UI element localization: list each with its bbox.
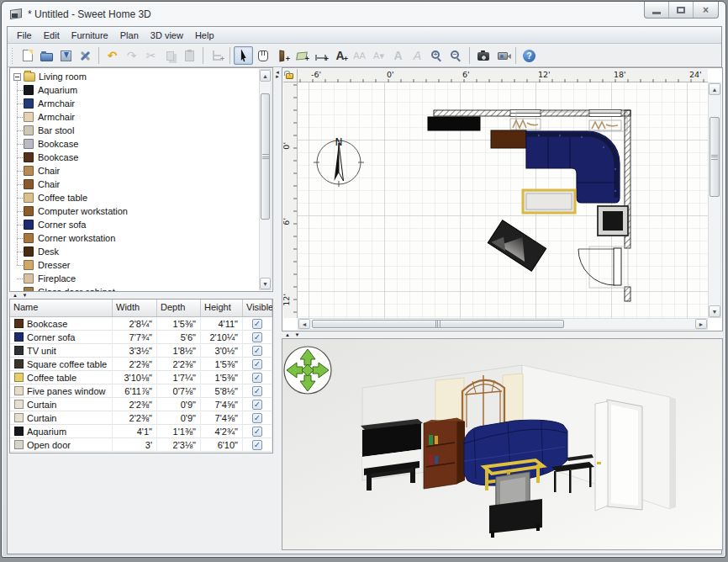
catalog-item-computer-workstation[interactable]: Computer workstation <box>10 204 259 218</box>
plan-bookcase[interactable] <box>491 130 526 148</box>
add-furniture-button[interactable]: + <box>207 46 226 65</box>
create-rooms-button[interactable]: + <box>292 46 311 65</box>
visible-checkbox[interactable]: ✓ <box>252 413 262 423</box>
scroll-down-icon[interactable]: ▼ <box>709 305 720 317</box>
plan-horizontal-scrollbar[interactable]: ◄ ► <box>298 318 708 330</box>
catalog-item-desk[interactable]: Desk <box>10 245 259 258</box>
menu-edit[interactable]: Edit <box>38 29 66 42</box>
catalog-item-corner-workstation[interactable]: Corner workstation <box>10 231 259 245</box>
catalog-item-glass-door-cabinet[interactable]: Glass door cabinet <box>10 285 259 292</box>
furniture-row-bookcase[interactable]: Bookcase2'8¼"1'5⅜"4'11"✓ <box>10 317 272 331</box>
plan-square-coffee-table[interactable] <box>598 206 628 236</box>
plan-vertical-scrollbar[interactable]: ▲ ▼ <box>708 82 721 318</box>
plan-vscroll-thumb[interactable] <box>710 117 720 197</box>
column-header-width[interactable]: Width <box>113 300 157 316</box>
visible-checkbox[interactable]: ✓ <box>252 332 262 342</box>
undo-button[interactable]: ↶ <box>103 46 122 65</box>
zoom-out-button[interactable]: − <box>446 46 466 65</box>
plan-coffee-table-selected[interactable] <box>523 190 575 213</box>
visible-checkbox[interactable]: ✓ <box>252 400 262 410</box>
catalog-item-corner-sofa[interactable]: Corner sofa <box>10 218 259 231</box>
title-bar[interactable]: * Untitled - Sweet Home 3D <box>2 2 725 26</box>
create-video-button[interactable] <box>493 46 512 65</box>
furniture-row-square-coffee-table[interactable]: Square coffee table2'2⅜"2'2⅜"1'5⅜"✓ <box>10 358 272 371</box>
splitter-collapse-icons[interactable]: ◄ ► <box>273 71 282 79</box>
catalog-item-armchair[interactable]: Armchair <box>10 110 259 124</box>
visible-checkbox[interactable]: ✓ <box>252 440 262 450</box>
catalog-table-splitter[interactable]: ▲ ▼ <box>9 292 273 299</box>
visible-checkbox[interactable]: ✓ <box>252 319 262 329</box>
view-3d-panel[interactable] <box>282 338 723 550</box>
catalog-item-chair[interactable]: Chair <box>10 164 259 178</box>
create-photo-button[interactable] <box>473 46 493 65</box>
italic-button[interactable]: A <box>408 46 427 65</box>
enlarge-text-button[interactable]: AA <box>350 46 369 65</box>
bold-button[interactable]: A <box>388 46 408 65</box>
column-header-depth[interactable]: Depth <box>157 300 201 316</box>
scroll-up-icon[interactable]: ▲ <box>709 83 720 95</box>
redo-button[interactable]: ↷ <box>122 46 141 65</box>
catalog-item-fireplace[interactable]: Fireplace <box>10 272 259 285</box>
menu-help[interactable]: Help <box>189 29 220 42</box>
visible-checkbox[interactable]: ✓ <box>252 373 262 383</box>
minimize-button[interactable] <box>645 2 669 18</box>
scroll-up-icon[interactable]: ▲ <box>260 70 271 82</box>
visible-checkbox[interactable]: ✓ <box>252 386 262 396</box>
catalog-item-bookcase[interactable]: Bookcase <box>10 151 259 164</box>
3d-navigation-compass[interactable] <box>284 347 331 394</box>
new-plan-button[interactable] <box>18 46 37 65</box>
catalog-root-living-room[interactable]: Living room <box>10 70 259 83</box>
catalog-item-aquarium[interactable]: Aquarium <box>10 83 259 97</box>
zoom-in-button[interactable]: + <box>427 46 446 65</box>
copy-button[interactable] <box>161 46 180 65</box>
left-right-splitter[interactable]: ◄ ► <box>273 67 282 554</box>
catalog-item-coffee-table[interactable]: Coffee table <box>10 191 259 204</box>
furniture-row-coffee-table[interactable]: Coffee table3'10⅛"1'7¼"1'5⅜"✓ <box>10 371 272 384</box>
select-tool-button[interactable] <box>234 46 253 65</box>
catalog-scrollbar[interactable]: ▲▼ <box>259 69 272 290</box>
create-dimensions-button[interactable]: + <box>311 46 330 65</box>
menu-furniture[interactable]: Furniture <box>66 29 114 42</box>
furniture-row-curtain[interactable]: Curtain2'2⅜"0'9"7'4⅝"✓ <box>10 411 272 425</box>
create-walls-button[interactable]: + <box>272 46 292 65</box>
plan-canvas[interactable]: N <box>298 82 708 318</box>
scroll-down-icon[interactable]: ▼ <box>260 278 271 289</box>
furniture-row-curtain[interactable]: Curtain2'2⅜"0'9"7'4⅝"✓ <box>10 398 272 411</box>
cut-button[interactable]: ✂ <box>141 46 161 65</box>
preferences-button[interactable] <box>76 46 95 65</box>
open-plan-button[interactable] <box>37 46 56 65</box>
scroll-left-icon[interactable]: ◄ <box>298 319 310 329</box>
add-text-button[interactable]: A+ <box>330 46 350 65</box>
furniture-row-tv-unit[interactable]: TV unit3'3½"1'8½"3'0½"✓ <box>10 344 272 358</box>
scroll-right-icon[interactable]: ► <box>695 319 707 329</box>
furniture-row-open-door[interactable]: Open door3'2'3⅛"6'10"✓ <box>10 438 272 452</box>
catalog-item-chair[interactable]: Chair <box>10 178 259 191</box>
maximize-button[interactable] <box>669 2 694 18</box>
pan-tool-button[interactable] <box>253 46 272 65</box>
help-button[interactable]: ? <box>520 46 539 65</box>
plan-hscroll-thumb[interactable] <box>312 320 564 328</box>
furniture-row-aquarium[interactable]: Aquarium4'1"1'1⅜"4'2¾"✓ <box>10 425 272 438</box>
visible-checkbox[interactable]: ✓ <box>252 427 262 437</box>
menu-3d-view[interactable]: 3D view <box>145 29 189 42</box>
catalog-item-bookcase[interactable]: Bookcase <box>10 137 259 151</box>
menu-file[interactable]: File <box>11 29 38 42</box>
visible-checkbox[interactable]: ✓ <box>252 359 262 369</box>
catalog-item-armchair[interactable]: Armchair <box>10 97 259 110</box>
toolbar-grip[interactable] <box>11 47 14 64</box>
paste-button[interactable] <box>180 46 199 65</box>
plan-aquarium[interactable] <box>428 117 480 130</box>
close-button[interactable]: × <box>694 2 718 18</box>
catalog-item-dresser[interactable]: Dresser <box>10 258 259 272</box>
save-plan-button[interactable] <box>56 46 76 65</box>
visible-checkbox[interactable]: ✓ <box>252 346 262 356</box>
column-header-name[interactable]: Name <box>10 300 113 316</box>
menu-plan[interactable]: Plan <box>114 29 145 42</box>
catalog-item-bar-stool[interactable]: Bar stool <box>10 124 259 137</box>
furniture-row-five-panes-window[interactable]: Five panes window6'11⅞"0'7⅛"5'8½"✓ <box>10 384 272 398</box>
column-header-height[interactable]: Height <box>201 300 243 316</box>
plan-3d-splitter[interactable]: ▲ ▼ <box>282 331 723 338</box>
catalog-scroll-thumb[interactable] <box>261 93 270 220</box>
furniture-row-corner-sofa[interactable]: Corner sofa7'7¾"5'6"2'10¼"✓ <box>10 331 272 344</box>
reduce-text-button[interactable]: A▾ <box>369 46 388 65</box>
